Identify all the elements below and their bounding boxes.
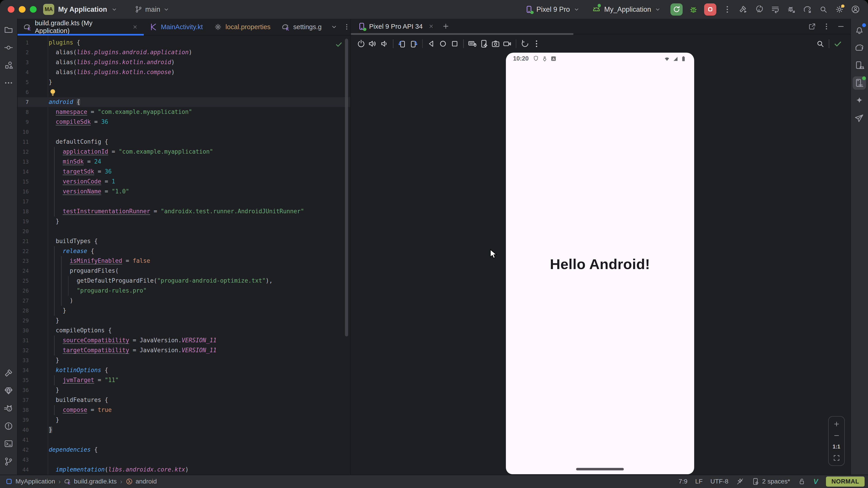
apply-changes-button[interactable]: A: [755, 5, 764, 14]
tab-local.properties[interactable]: local.properties: [209, 19, 276, 35]
line-number[interactable]: 30: [18, 326, 29, 335]
line-number[interactable]: 32: [18, 346, 29, 355]
code-line[interactable]: 19 }: [18, 217, 350, 226]
code-line[interactable]: 18 testInstrumentationRunner = "androidx…: [18, 206, 350, 217]
line-number[interactable]: 31: [18, 335, 29, 346]
app-quality-insights-button[interactable]: [2, 384, 16, 397]
problems-tool-button[interactable]: [2, 419, 16, 433]
tab-build.gradle.kts[interactable]: build.gradle.kts (My Application): [18, 19, 144, 35]
line-number[interactable]: 37: [18, 395, 29, 405]
gradle-tool-button[interactable]: [852, 41, 866, 54]
code-line[interactable]: 2 alias(libs.plugins.android.application…: [18, 47, 350, 57]
device-settings-button[interactable]: [478, 39, 490, 48]
line-number[interactable]: 38: [18, 405, 29, 415]
line-number[interactable]: 44: [18, 465, 29, 475]
line-number[interactable]: 40: [18, 425, 29, 435]
code-line[interactable]: 28 }: [18, 306, 350, 316]
vim-plugin-icon[interactable]: V: [813, 477, 818, 486]
code-line[interactable]: 40}: [18, 425, 350, 435]
project-tool-button[interactable]: [2, 23, 16, 37]
search-everywhere-button[interactable]: [819, 5, 828, 14]
plane-tool-button[interactable]: [852, 112, 866, 125]
line-number[interactable]: 5: [18, 77, 29, 87]
tabstrip-scrollbar[interactable]: [351, 33, 573, 35]
terminal-tool-button[interactable]: [2, 437, 16, 451]
code-line[interactable]: 9 compileSdk = 36: [18, 117, 350, 127]
code-line[interactable]: 7android {: [18, 97, 350, 107]
line-ending-widget[interactable]: LF: [695, 478, 703, 485]
run-configuration-selector[interactable]: My_Application: [592, 5, 661, 14]
line-number[interactable]: 19: [18, 217, 29, 226]
breadcrumb-build.gradle.kts[interactable]: build.gradle.kts: [64, 478, 117, 485]
code-line[interactable]: 38 compose = true: [18, 405, 350, 415]
tab-list-chevron-icon[interactable]: [331, 23, 338, 31]
code-line[interactable]: 6: [18, 87, 350, 97]
breadcrumb-myapplication[interactable]: MyApplication: [5, 478, 55, 485]
hide-panel-button[interactable]: [837, 23, 845, 30]
line-number[interactable]: 6: [18, 87, 29, 97]
zoom-in-button[interactable]: [833, 420, 840, 428]
line-number[interactable]: 35: [18, 375, 29, 385]
line-number[interactable]: 12: [18, 147, 29, 157]
zoom-mode-button[interactable]: [814, 39, 826, 48]
commit-tool-button[interactable]: [2, 41, 16, 54]
traffic-light-fullscreen[interactable]: [30, 6, 36, 13]
logcat-tool-button[interactable]: [2, 402, 16, 415]
code-line[interactable]: 4 alias(libs.plugins.kotlin.compose): [18, 67, 350, 77]
code-line[interactable]: 27 ): [18, 296, 350, 306]
hardware-input-button[interactable]: [467, 39, 478, 48]
line-number[interactable]: 42: [18, 445, 29, 455]
line-number[interactable]: 16: [18, 187, 29, 197]
line-number[interactable]: 24: [18, 266, 29, 276]
line-number[interactable]: 41: [18, 435, 29, 445]
tab-options-kebab-icon[interactable]: [343, 23, 350, 31]
code-line[interactable]: 26 "proguard-rules.pro": [18, 286, 350, 296]
code-line[interactable]: 21 buildTypes {: [18, 236, 350, 246]
line-number[interactable]: 11: [18, 137, 29, 147]
encoding-widget[interactable]: UTF-8: [710, 478, 728, 485]
code-line[interactable]: 41: [18, 435, 350, 445]
tab-mainactivity.kt[interactable]: MainActivity.kt: [144, 19, 209, 35]
code-line[interactable]: 37 buildFeatures {: [18, 395, 350, 405]
code-line[interactable]: 43: [18, 455, 350, 465]
line-number[interactable]: 20: [18, 226, 29, 236]
code-line[interactable]: 32 targetCompatibility = JavaVersion.VER…: [18, 346, 350, 355]
breadcrumb-android[interactable]: android: [126, 478, 157, 485]
panel-options-button[interactable]: [823, 23, 830, 30]
editor-code[interactable]: 1plugins {2 alias(libs.plugins.android.a…: [18, 35, 350, 475]
line-number[interactable]: 13: [18, 157, 29, 167]
code-line[interactable]: 3 alias(libs.plugins.kotlin.android): [18, 57, 350, 67]
code-line[interactable]: 15 versionCode = 1: [18, 177, 350, 187]
branch-selector[interactable]: main: [135, 5, 169, 13]
lock-open-icon[interactable]: [798, 478, 806, 485]
status-ok-icon[interactable]: [832, 39, 844, 48]
gradle-sync-button[interactable]: [803, 5, 812, 14]
debug-button[interactable]: [689, 5, 698, 14]
project-selector[interactable]: My Application: [58, 5, 107, 13]
code-line[interactable]: 24 proguardFiles(: [18, 266, 350, 276]
line-number[interactable]: 23: [18, 256, 29, 266]
line-number[interactable]: 18: [18, 206, 29, 217]
line-number[interactable]: 2: [18, 47, 29, 57]
line-number[interactable]: 36: [18, 385, 29, 395]
line-number[interactable]: 7: [18, 97, 29, 107]
attach-debugger-button[interactable]: [787, 5, 796, 14]
open-in-new-window-button[interactable]: [808, 23, 816, 30]
code-line[interactable]: 13 minSdk = 24: [18, 157, 350, 167]
traffic-light-close[interactable]: [8, 6, 14, 13]
rotate-left-button[interactable]: [396, 39, 408, 48]
home-indicator[interactable]: [576, 468, 624, 470]
code-line[interactable]: 1plugins {: [18, 38, 350, 48]
gemini-button[interactable]: [852, 94, 866, 107]
code-line[interactable]: 39 }: [18, 415, 350, 425]
line-number[interactable]: 26: [18, 286, 29, 296]
build-tool-button[interactable]: [2, 366, 16, 380]
line-number[interactable]: 43: [18, 455, 29, 465]
code-line[interactable]: 12 applicationId = "com.example.myapplic…: [18, 147, 350, 157]
code-line[interactable]: 22 release {: [18, 246, 350, 256]
line-number[interactable]: 15: [18, 177, 29, 187]
code-line[interactable]: 16 versionName = "1.0": [18, 187, 350, 197]
rotate-right-button[interactable]: [408, 39, 419, 48]
stop-button[interactable]: [704, 3, 716, 15]
code-line[interactable]: 10: [18, 127, 350, 137]
